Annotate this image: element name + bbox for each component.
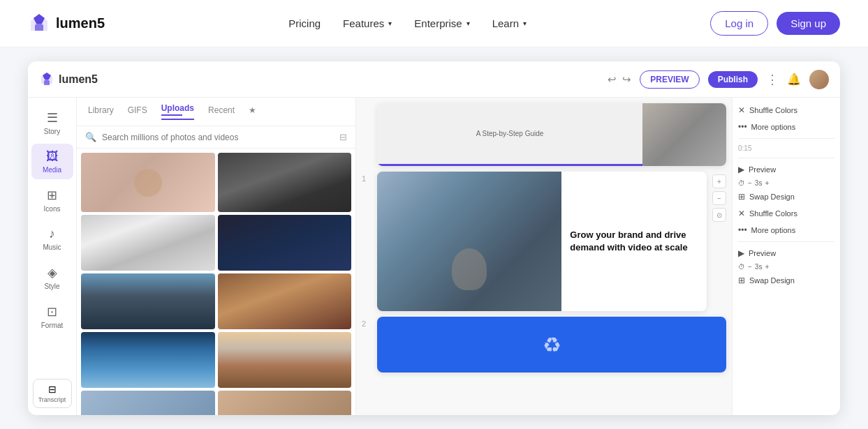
- more-icon-0: •••: [738, 122, 747, 132]
- slide-1-ctrl-dup[interactable]: ⊙: [712, 208, 726, 222]
- slide-1-number: 1: [362, 172, 372, 183]
- play-icon-1: ▶: [738, 165, 744, 174]
- style-icon: ◈: [47, 265, 57, 280]
- timer-value-1: 3s: [755, 179, 763, 187]
- tab-library[interactable]: Library: [88, 105, 114, 118]
- sidebar-story-label: Story: [44, 128, 60, 135]
- media-item-photo1[interactable]: [81, 391, 215, 415]
- search-icon: 🔍: [85, 132, 96, 142]
- slide-2-content[interactable]: ♻: [377, 317, 726, 372]
- rp-shuffle-colors-0[interactable]: ✕ Shuffle Colors: [738, 103, 834, 117]
- nav-logo[interactable]: lumen5: [28, 13, 105, 35]
- learn-chevron-icon: ▾: [523, 20, 527, 27]
- rp-timer-2: ⏱ − 3s +: [738, 263, 834, 271]
- nav-pricing[interactable]: Pricing: [288, 17, 321, 29]
- search-input[interactable]: [102, 133, 334, 142]
- navbar: lumen5 Pricing Features ▾ Enterprise ▾ L…: [0, 0, 868, 47]
- publish-button[interactable]: Publish: [708, 71, 758, 88]
- music-icon: ♪: [49, 227, 55, 241]
- media-item-city[interactable]: [218, 153, 352, 212]
- slide-1-ctrl-add[interactable]: +: [712, 174, 726, 188]
- sidebar-item-style[interactable]: ◈ Style: [31, 259, 73, 296]
- timer-minus-2[interactable]: −: [748, 263, 752, 271]
- recycle-icon: ♻: [543, 333, 561, 357]
- nav-features[interactable]: Features ▾: [343, 17, 392, 29]
- slide-0-frame[interactable]: A Step-by-Step Guide: [377, 103, 726, 166]
- media-item-building[interactable]: [218, 215, 352, 271]
- undo-icon[interactable]: ↩: [608, 73, 617, 86]
- timer-plus-2[interactable]: +: [765, 263, 769, 271]
- redo-icon[interactable]: ↪: [622, 73, 631, 86]
- slide-2-frame[interactable]: ♻: [377, 317, 726, 372]
- rp-timer-1: ⏱ − 3s +: [738, 179, 834, 187]
- sidebar-item-media[interactable]: 🖼 Media: [31, 144, 73, 179]
- sidebar-item-icons[interactable]: ⊞ Icons: [31, 182, 73, 218]
- bell-icon[interactable]: 🔔: [787, 73, 801, 86]
- timer-value-2: 3s: [755, 263, 763, 271]
- media-item-tower[interactable]: [81, 332, 215, 388]
- tab-favorites[interactable]: ★: [249, 105, 256, 118]
- timer-minus-1[interactable]: −: [748, 179, 752, 187]
- login-button[interactable]: Log in: [710, 11, 768, 36]
- signup-button[interactable]: Sign up: [777, 12, 840, 35]
- story-icon: ☰: [47, 110, 58, 126]
- avatar[interactable]: [809, 70, 829, 89]
- rp-shuffle-colors-1[interactable]: ✕ Shuffle Colors: [738, 206, 834, 220]
- video-canvas: A Step-by-Step Guide 1: [356, 98, 732, 415]
- app-header: lumen5 ↩ ↪ PREVIEW Publish ⋮ 🔔: [28, 61, 840, 98]
- media-item-couple[interactable]: [218, 273, 352, 329]
- nav-enterprise[interactable]: Enterprise ▾: [414, 17, 469, 29]
- rp-more-options-0[interactable]: ••• More options: [738, 120, 834, 134]
- app-header-right: ↩ ↪ PREVIEW Publish ⋮ 🔔: [608, 70, 829, 89]
- rp-time-indicator: 0:15: [738, 143, 834, 153]
- timer-plus-1[interactable]: +: [765, 179, 769, 187]
- rp-preview-1[interactable]: ▶ Preview: [738, 163, 834, 176]
- play-icon-2: ▶: [738, 248, 744, 258]
- sidebar-item-transcript[interactable]: ⊟ Transcript: [33, 379, 72, 408]
- main-content: lumen5 ↩ ↪ PREVIEW Publish ⋮ 🔔 ☰ Story: [0, 47, 868, 429]
- media-item-mountain[interactable]: [218, 332, 352, 388]
- slide-1-ctrl-del[interactable]: −: [712, 191, 726, 205]
- tab-recent[interactable]: Recent: [208, 105, 235, 118]
- sidebar-item-story[interactable]: ☰ Story: [31, 105, 73, 141]
- more-options-icon[interactable]: ⋮: [766, 72, 779, 87]
- nav-learn[interactable]: Learn ▾: [492, 17, 527, 29]
- media-tabs: Library GIFS Uploads Recent ★: [77, 98, 355, 126]
- rp-preview-2[interactable]: ▶ Preview: [738, 246, 834, 260]
- slide-0: A Step-by-Step Guide: [362, 103, 726, 166]
- rp-divider-2: [738, 158, 834, 158]
- format-icon: ⊡: [47, 304, 57, 319]
- transcript-label: Transcript: [38, 396, 66, 403]
- slide-1-content[interactable]: Grow your brand and drive demand with vi…: [377, 172, 707, 311]
- slide-0-content: A Step-by-Step Guide: [377, 103, 726, 166]
- right-panel: ✕ Shuffle Colors ••• More options 0:15 ▶…: [732, 98, 840, 415]
- filter-icon[interactable]: ⊟: [339, 132, 347, 142]
- sidebar-style-label: Style: [44, 283, 59, 290]
- media-item-photo2[interactable]: [218, 391, 352, 415]
- tab-uploads[interactable]: Uploads: [161, 103, 194, 120]
- rp-more-options-1[interactable]: ••• More options: [738, 223, 834, 237]
- slide-2-number: 2: [362, 317, 372, 328]
- more-icon-1: •••: [738, 225, 747, 235]
- slide-1-controls: + − ⊙: [712, 172, 726, 222]
- enterprise-chevron-icon: ▾: [466, 20, 470, 27]
- preview-button[interactable]: PREVIEW: [640, 70, 699, 89]
- rp-swap-design-1[interactable]: ⊞ Swap Design: [738, 190, 834, 204]
- sidebar-item-format[interactable]: ⊡ Format: [31, 299, 73, 335]
- clock-icon-2: ⏱: [738, 263, 745, 271]
- nav-logo-text: lumen5: [56, 15, 105, 31]
- slide-1-text: Grow your brand and drive demand with vi…: [561, 172, 707, 311]
- app-logo-text: lumen5: [59, 73, 98, 86]
- tab-gifs[interactable]: GIFS: [128, 105, 147, 118]
- media-item-crowd[interactable]: [81, 215, 215, 271]
- slide-1-photo: [377, 172, 561, 311]
- media-item-horizon[interactable]: [81, 273, 215, 329]
- nav-actions: Log in Sign up: [710, 11, 840, 36]
- rp-swap-design-2[interactable]: ⊞ Swap Design: [738, 273, 834, 287]
- left-sidebar: ☰ Story 🖼 Media ⊞ Icons ♪ Music ◈ Sty: [28, 98, 77, 415]
- sidebar-item-music[interactable]: ♪ Music: [31, 221, 73, 257]
- slide-1-frame[interactable]: Grow your brand and drive demand with vi…: [377, 172, 707, 311]
- slide-0-subtitle: A Step-by-Step Guide: [476, 130, 544, 137]
- media-item-woman[interactable]: [81, 153, 215, 212]
- features-chevron-icon: ▾: [388, 20, 392, 27]
